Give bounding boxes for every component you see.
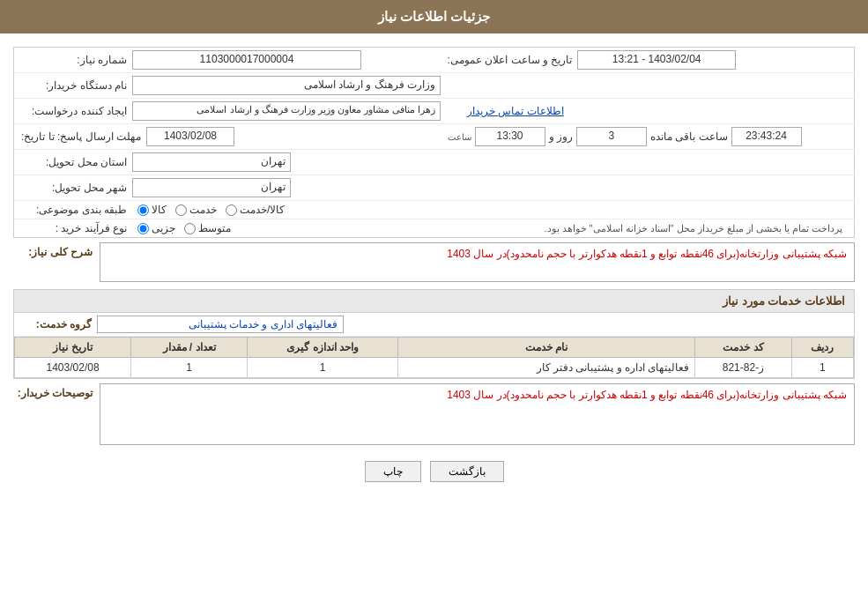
radio-kala-khadamat[interactable] (226, 204, 237, 216)
purchase-radio-group: متوسط جزیی (137, 222, 231, 234)
province-value: تهران (132, 152, 291, 172)
row-creator: اطلاعات تماس خریدار زهرا منافی مشاور معا… (14, 99, 854, 124)
cell-date: 1403/02/08 (15, 358, 131, 378)
col-unit: واحد اندازه گیری (248, 338, 398, 358)
deadline-time: 13:30 (475, 127, 545, 146)
category-radio-group: کالا/خدمت خدمت کالا (137, 204, 285, 216)
tozihat-content: شبکه پشتیبانی وزارتخانه(برای 46نقطه تواب… (100, 383, 855, 445)
row-province: تهران استان محل تحویل: (14, 150, 854, 175)
services-section: اطلاعات خدمات مورد نیاز فعالیتهای اداری … (13, 289, 855, 379)
announcement-label: تاریخ و ساعت اعلان عمومی: (448, 54, 573, 66)
page-wrapper: جزئیات اطلاعات نیاز 1403/02/04 - 13:21 ت… (0, 0, 868, 609)
need-number-label: شماره نیاز: (21, 54, 127, 66)
province-label: استان محل تحویل: (21, 156, 127, 168)
cell-name: فعالیتهای اداره و پشتیبانی دفتر کار (398, 358, 695, 378)
purchase-type-label: نوع فرآیند خرید : (21, 222, 127, 234)
col-date: تاریخ نیاز (15, 338, 131, 358)
group-label: گروه خدمت: (21, 318, 92, 330)
deadline-date: 1403/02/08 (146, 127, 234, 146)
services-table: ردیف کد خدمت نام خدمت واحد اندازه گیری ت… (14, 337, 854, 378)
deadline-label: مهلت ارسال پاسخ: تا تاریخ: (21, 130, 141, 143)
row-org: وزارت فرهنگ و ارشاد اسلامی نام دستگاه خر… (14, 73, 854, 99)
time-col-label: ساعت (448, 132, 471, 142)
print-button[interactable]: چاپ (365, 461, 421, 482)
radio-kala[interactable] (137, 204, 149, 216)
tozihat-section: شبکه پشتیبانی وزارتخانه(برای 46نقطه تواب… (13, 383, 855, 445)
announcement-value: 1403/02/04 - 13:21 (577, 50, 736, 70)
row-city: تهران شهر محل تحویل: (14, 175, 854, 201)
radio-jozii[interactable] (137, 223, 149, 234)
group-value[interactable]: فعالیتهای اداری و خدمات پشتیبانی (97, 316, 344, 333)
category-label: طبقه بندی موضوعی: (21, 204, 127, 216)
radio-khadamat[interactable] (175, 204, 187, 216)
category-kala: کالا (137, 204, 167, 216)
remaining-label: ساعت باقی مانده (650, 130, 728, 143)
row-deadline: 23:43:24 ساعت باقی مانده 3 روز و 13:30 س… (14, 124, 854, 150)
purchase-note: پرداخت تمام یا بخشی از مبلغ خریداز محل "… (544, 223, 842, 234)
col-qty: تعداد / مقدار (131, 338, 248, 358)
purchase-motavasset: متوسط (184, 222, 231, 234)
city-label: شهر محل تحویل: (21, 182, 127, 194)
category-khadamat: خدمت (175, 204, 217, 216)
top-info-block: 1403/02/04 - 13:21 تاریخ و ساعت اعلان عم… (13, 47, 855, 238)
table-row: 1 ز-82-821 فعالیتهای اداره و پشتیبانی دف… (15, 358, 854, 378)
cell-code: ز-82-821 (695, 358, 791, 378)
cell-row: 1 (791, 358, 853, 378)
org-label: نام دستگاه خریدار: (21, 79, 127, 92)
org-value: وزارت فرهنگ و ارشاد اسلامی (132, 76, 441, 95)
contact-link[interactable]: اطلاعات تماس خریدار (467, 105, 564, 117)
page-title: جزئیات اطلاعات نیاز (378, 9, 490, 24)
purchase-jozii: جزیی (137, 222, 175, 234)
row-announcement: 1403/02/04 - 13:21 تاریخ و ساعت اعلان عم… (14, 48, 854, 73)
services-title: اطلاعات خدمات مورد نیاز (14, 290, 854, 313)
cell-unit: 1 (248, 358, 398, 378)
col-name: نام خدمت (398, 338, 695, 358)
tozihat-label: توصیحات خریدار: (13, 383, 93, 399)
row-category: کالا/خدمت خدمت کالا طبقه بندی موضوعی: (14, 201, 854, 219)
sharh-section: شبکه پشتیبانی وزارتخانه(برای 46نقطه تواب… (13, 242, 855, 282)
cell-qty: 1 (131, 358, 248, 378)
creator-value: زهرا منافی مشاور معاون وزیر وزارت فرهنگ … (132, 101, 441, 121)
button-bar: بازگشت چاپ (13, 452, 855, 491)
col-row: ردیف (791, 338, 853, 358)
creator-label: ایجاد کننده درخواست: (21, 105, 127, 117)
deadline-days: 3 (576, 127, 647, 146)
page-header: جزئیات اطلاعات نیاز (0, 0, 868, 33)
back-button[interactable]: بازگشت (430, 461, 504, 482)
remaining-time: 23:43:24 (731, 127, 802, 146)
category-kala-khadamat: کالا/خدمت (226, 204, 285, 216)
city-value: تهران (132, 178, 291, 197)
radio-motavasset[interactable] (184, 223, 196, 234)
row-purchase-type: پرداخت تمام یا بخشی از مبلغ خریداز محل "… (14, 219, 854, 237)
row-group: فعالیتهای اداری و خدمات پشتیبانی گروه خد… (14, 313, 854, 337)
sharh-label: شرح کلی نیاز: (13, 242, 93, 258)
days-label: روز و (549, 130, 573, 143)
sharh-content: شبکه پشتیبانی وزارتخانه(برای 46نقطه تواب… (100, 242, 855, 282)
col-code: کد خدمت (695, 338, 791, 358)
main-content: 1403/02/04 - 13:21 تاریخ و ساعت اعلان عم… (0, 33, 868, 500)
need-number-value: 1103000017000004 (132, 50, 361, 70)
